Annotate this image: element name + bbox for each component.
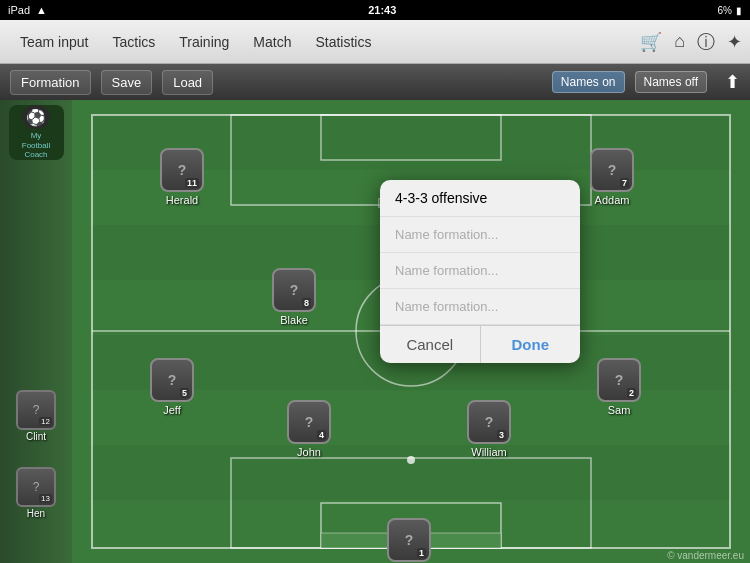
field-container: ⚽ My Football Coach ? 12 Clint ? 13 Hen <box>0 100 750 563</box>
save-button[interactable]: Save <box>101 70 153 95</box>
formation-option-1[interactable]: 4-3-3 offensive <box>380 180 580 217</box>
status-right: 6% ▮ <box>718 5 742 16</box>
formation-modal: 4-3-3 offensive Name formation... Name f… <box>380 180 580 363</box>
formation-button[interactable]: Formation <box>10 70 91 95</box>
names-off-button[interactable]: Names off <box>635 71 707 93</box>
nav-bar: Team input Tactics Training Match Statis… <box>0 20 750 64</box>
tab-tactics[interactable]: Tactics <box>100 28 167 56</box>
modal-overlay: 4-3-3 offensive Name formation... Name f… <box>0 100 750 563</box>
done-button[interactable]: Done <box>481 326 581 363</box>
load-button[interactable]: Load <box>162 70 213 95</box>
home-icon[interactable]: ⌂ <box>674 31 685 52</box>
cancel-button[interactable]: Cancel <box>380 326 481 363</box>
cart-icon[interactable]: 🛒 <box>640 31 662 53</box>
tab-team-input[interactable]: Team input <box>8 28 100 56</box>
battery-label: 6% <box>718 5 732 16</box>
status-bar: iPad ▲ 21:43 6% ▮ <box>0 0 750 20</box>
names-on-button[interactable]: Names on <box>552 71 625 93</box>
info-icon[interactable]: ⓘ <box>697 30 715 54</box>
status-time: 21:43 <box>368 4 396 16</box>
wifi-icon: ▲ <box>36 4 47 16</box>
battery-icon: ▮ <box>736 5 742 16</box>
star-icon[interactable]: ✦ <box>727 31 742 53</box>
ipad-label: iPad <box>8 4 30 16</box>
share-icon[interactable]: ⬆ <box>725 71 740 93</box>
nav-icons: 🛒 ⌂ ⓘ ✦ <box>640 30 742 54</box>
formation-option-4[interactable]: Name formation... <box>380 289 580 325</box>
toolbar: Formation Save Load Names on Names off ⬆ <box>0 64 750 100</box>
tab-training[interactable]: Training <box>167 28 241 56</box>
status-left: iPad ▲ <box>8 4 47 16</box>
tab-match[interactable]: Match <box>241 28 303 56</box>
formation-option-2[interactable]: Name formation... <box>380 217 580 253</box>
formation-option-3[interactable]: Name formation... <box>380 253 580 289</box>
modal-actions: Cancel Done <box>380 325 580 363</box>
tab-statistics[interactable]: Statistics <box>303 28 383 56</box>
